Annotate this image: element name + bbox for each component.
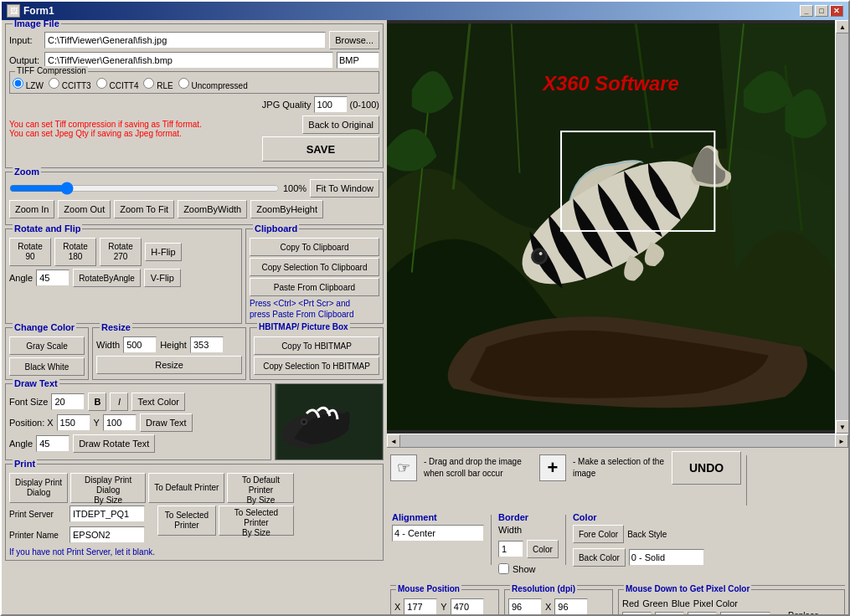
res-y-input[interactable] bbox=[554, 598, 588, 614]
close-button[interactable]: ✕ bbox=[830, 5, 843, 17]
border-width-input[interactable] bbox=[498, 541, 523, 557]
width-input[interactable] bbox=[123, 336, 157, 353]
jpg-quality-input[interactable] bbox=[314, 96, 348, 113]
ccitt4-radio[interactable] bbox=[96, 78, 107, 89]
mouse-y-input[interactable] bbox=[451, 598, 484, 614]
hflip-button[interactable]: H-Flip bbox=[145, 243, 182, 261]
alignment-select[interactable]: 0 - Left 1 - Right 2 - Top 3 - Bottom 4 … bbox=[392, 525, 484, 542]
copy-selection-hbitmap-button[interactable]: Copy Selection To HBITMAP bbox=[254, 357, 379, 375]
scroll-down-button[interactable]: ▼ bbox=[836, 420, 848, 434]
print-server-input[interactable] bbox=[70, 506, 145, 522]
display-print-dialog-size-button[interactable]: Display Print Dialog By Size bbox=[70, 473, 146, 503]
copy-to-clipboard-button[interactable]: Copy To Clipboard bbox=[250, 238, 379, 256]
rle-radio-label[interactable]: RLE bbox=[143, 78, 173, 90]
zoom-slider[interactable] bbox=[9, 182, 280, 195]
svg-point-4 bbox=[302, 420, 306, 424]
fore-color-button[interactable]: Fore Color bbox=[573, 525, 624, 543]
minimize-button[interactable]: _ bbox=[800, 5, 813, 17]
scroll-left-button[interactable]: ◄ bbox=[387, 434, 400, 448]
pixel-color-input[interactable] bbox=[720, 612, 770, 614]
pixel-color-label: Mouse Down to Get Pixel Color bbox=[624, 584, 751, 593]
hbitmap-section: HBITMAP/ Picture Box Copy To HBITMAP Cop… bbox=[250, 327, 384, 380]
lzw-radio[interactable] bbox=[13, 78, 23, 89]
print-server-inputs: Print Server Printer Name If you have no… bbox=[9, 506, 155, 557]
black-white-button[interactable]: Black White bbox=[9, 357, 85, 376]
zoom-label: Zoom bbox=[13, 167, 41, 177]
uncompressed-radio[interactable] bbox=[178, 78, 189, 89]
back-color-button[interactable]: Back Color bbox=[573, 548, 626, 567]
jpg-row: You can set Tiff compression if saving a… bbox=[9, 96, 379, 162]
vflip-button[interactable]: V-Flip bbox=[144, 269, 181, 287]
default-printer-size-button[interactable]: To Default Printer By Size bbox=[227, 473, 294, 503]
zoom-to-fit-button[interactable]: Zoom To Fit bbox=[114, 200, 174, 218]
height-input[interactable] bbox=[190, 336, 224, 353]
ccitt4-radio-label[interactable]: CCITT4 bbox=[96, 78, 139, 90]
undo-button[interactable]: UNDO bbox=[672, 451, 741, 485]
border-color-button[interactable]: Color bbox=[527, 540, 559, 558]
position-label: Position: X bbox=[9, 418, 54, 428]
y-label: Y bbox=[94, 418, 100, 428]
angle-input[interactable] bbox=[36, 270, 70, 286]
red-label: Red bbox=[622, 598, 639, 608]
zoom-out-button[interactable]: Zoom Out bbox=[58, 200, 111, 218]
default-printer-button[interactable]: To Default Printer bbox=[148, 473, 224, 503]
zoom-by-height-button[interactable]: ZoomByHeight bbox=[250, 200, 323, 218]
rotate180-button[interactable]: Rotate 180 bbox=[54, 238, 96, 266]
fit-window-button[interactable]: Fit To Window bbox=[310, 179, 379, 198]
output-label: Output: bbox=[9, 55, 41, 65]
printer-name-label: Printer Name bbox=[9, 531, 66, 540]
vertical-scrollbar[interactable]: ▲ ▼ bbox=[835, 20, 848, 434]
rotate90-button[interactable]: Rotate 90 bbox=[9, 238, 51, 266]
bold-button[interactable]: B bbox=[88, 393, 106, 411]
browse-button[interactable]: Browse... bbox=[329, 31, 379, 49]
draw-rotate-text-button[interactable]: Draw Rotate Text bbox=[73, 434, 155, 453]
red-input[interactable] bbox=[622, 612, 652, 614]
ccitt3-radio[interactable] bbox=[49, 78, 59, 89]
alignment-label: Alignment bbox=[392, 512, 484, 522]
back-original-button[interactable]: Back to Original bbox=[302, 116, 379, 134]
maximize-button[interactable]: □ bbox=[815, 5, 828, 17]
selected-printer-size-button[interactable]: To Selected Printer By Size bbox=[219, 506, 294, 536]
resize-button[interactable]: Resize bbox=[96, 356, 242, 374]
blue-input[interactable] bbox=[688, 612, 717, 614]
font-size-input[interactable] bbox=[51, 393, 85, 410]
hand-icon[interactable]: ☞ bbox=[390, 454, 417, 481]
pos-y-input[interactable] bbox=[103, 414, 137, 431]
color-label: Color bbox=[573, 512, 704, 522]
border-show-checkbox[interactable] bbox=[498, 563, 509, 574]
scroll-right-button[interactable]: ► bbox=[835, 434, 848, 448]
rotate-by-angle-button[interactable]: RotateByAngle bbox=[73, 269, 141, 287]
scroll-up-button[interactable]: ▲ bbox=[836, 20, 848, 33]
print-server-label: Print Server bbox=[9, 510, 66, 519]
lzw-radio-label[interactable]: LZW bbox=[13, 78, 44, 90]
res-x-input[interactable] bbox=[508, 598, 542, 614]
horizontal-scrollbar[interactable]: ◄ ► bbox=[387, 434, 848, 447]
zoom-in-button[interactable]: Zoom In bbox=[9, 200, 54, 218]
pos-x-input[interactable] bbox=[57, 414, 90, 431]
draw-text-button[interactable]: Draw Text bbox=[140, 413, 193, 432]
zoom-by-width-button[interactable]: ZoomByWidth bbox=[178, 200, 247, 218]
rotate270-button[interactable]: Rotate 270 bbox=[100, 238, 142, 266]
mouse-x-input[interactable] bbox=[404, 598, 437, 614]
replace-label: Replace BackColor bbox=[788, 611, 841, 614]
save-button[interactable]: SAVE bbox=[262, 136, 379, 162]
copy-hbitmap-button[interactable]: Copy To HBITMAP bbox=[254, 336, 379, 355]
back-style-select[interactable]: 0 - Solid 1 - Transparent bbox=[629, 549, 704, 566]
italic-button[interactable]: I bbox=[110, 393, 128, 411]
selected-printer-button[interactable]: To Selected Printer bbox=[157, 506, 216, 536]
paste-clipboard-button[interactable]: Paste From Clipboard bbox=[250, 278, 379, 296]
uncompressed-radio-label[interactable]: Uncompressed bbox=[178, 78, 248, 90]
rle-radio[interactable] bbox=[143, 78, 154, 89]
text-color-button[interactable]: Text Color bbox=[131, 393, 185, 411]
display-print-dialog-button[interactable]: Display Print Dialog bbox=[9, 473, 68, 503]
gray-scale-button[interactable]: Gray Scale bbox=[9, 336, 85, 355]
copy-selection-clipboard-button[interactable]: Copy Selection To Clipboard bbox=[250, 258, 379, 276]
angle-dt-input[interactable] bbox=[36, 435, 70, 452]
printer-name-input[interactable] bbox=[70, 526, 145, 543]
ccitt3-radio-label[interactable]: CCITT3 bbox=[49, 78, 91, 90]
input-field[interactable] bbox=[44, 32, 326, 49]
format-select[interactable]: BMPTIFFJPEGPNG bbox=[337, 52, 379, 69]
mouse-y-label: Y bbox=[440, 602, 446, 612]
cross-icon[interactable]: + bbox=[539, 454, 566, 481]
green-input[interactable] bbox=[655, 612, 684, 614]
